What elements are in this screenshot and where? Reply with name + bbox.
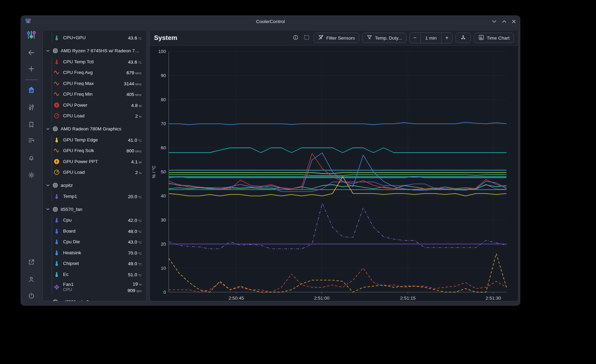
sensor-row[interactable]: GPU Temp Edge41.0°C (52, 135, 146, 146)
interval-value[interactable]: 1 min (420, 33, 442, 43)
sensor-row[interactable]: GPU Power PPT4.1W (52, 156, 146, 167)
sensor-row[interactable]: Ec51.0°C (52, 269, 146, 280)
device-header-row[interactable]: mt7921_phy0 (43, 296, 146, 301)
time-chart-button[interactable]: Time Chart (474, 33, 514, 43)
device-name: acpitz (61, 183, 73, 188)
sensor-label: CPU+GPU (63, 35, 86, 40)
nav-controls[interactable] (28, 104, 35, 113)
titlebar: CoolerControl (21, 16, 520, 27)
sensor-row[interactable]: Fan1CPU19%909rpm (52, 280, 146, 294)
chart-header: System (150, 30, 518, 46)
sensor-row[interactable]: GPU Load2% (52, 167, 146, 178)
filter-sensors-button[interactable]: Filter Sensors (314, 33, 359, 43)
sensor-list: CPU+GPU43.6°CAMD Ryzen 7 8745HS w/ Radeo… (43, 32, 146, 301)
sensor-label: CPU Temp Tctl (63, 59, 94, 64)
sensor-row[interactable]: CPU Power4.8W (52, 100, 146, 111)
svg-text:% / °C: % / °C (151, 165, 156, 178)
nav-settings[interactable] (28, 171, 35, 180)
chart-panel: System (150, 30, 518, 301)
chevron-down-icon (46, 207, 50, 211)
sensor-row[interactable]: Heatsink70.0°C (52, 247, 146, 258)
account-button[interactable] (28, 276, 35, 285)
sensor-label: Cpu Die (63, 239, 80, 244)
chart-axes-button[interactable] (455, 33, 471, 43)
thermometer-icon (54, 260, 60, 266)
sensor-row[interactable]: CPU Freq Avg679MHz (52, 67, 146, 78)
load-icon (54, 113, 60, 119)
sensor-row[interactable]: CPU+GPU43.6°C (52, 32, 146, 43)
thermometer-icon (54, 250, 60, 256)
svg-text:80: 80 (161, 97, 166, 102)
interval-decrease-button[interactable]: − (410, 33, 420, 43)
device-header-row[interactable]: AMD Radeon 780M Graphics (43, 124, 146, 135)
series-Chipset (169, 173, 506, 174)
thermometer-icon (54, 35, 60, 41)
sensor-panel: CPU+GPU43.6°CAMD Ryzen 7 8745HS w/ Radeo… (42, 30, 147, 301)
sensor-row[interactable]: Cpu42.0°C (52, 215, 146, 226)
series-Fan1-duty (169, 203, 506, 249)
sensor-label: CPU Load (63, 113, 84, 118)
sensor-value: 43.0°C (128, 238, 142, 245)
sensor-row[interactable]: Temp120.0°C (52, 191, 146, 202)
quit-button[interactable] (28, 292, 35, 301)
sensor-value: 43.6°C (128, 58, 142, 65)
sensor-value: 800MHz (126, 147, 142, 154)
series-GPU-Temp-Edge (169, 177, 506, 196)
sensor-label: Chipset (63, 261, 79, 266)
sensor-value: 679MHz (126, 69, 142, 76)
sensor-row[interactable]: CPU Freq Max3144MHz (52, 78, 146, 89)
external-link-button[interactable] (28, 258, 35, 267)
frame-icon (303, 34, 310, 42)
window-collapse-button[interactable] (492, 20, 496, 23)
device-header-row[interactable]: AMD Ryzen 7 8745HS w/ Radeon 780M... (43, 45, 146, 56)
sensor-row[interactable]: GPU Freq Sclk800MHz (52, 145, 146, 156)
sensor-group: AMD Radeon 780M GraphicsGPU Temp Edge41.… (43, 124, 146, 178)
fan-icon (54, 284, 60, 290)
sensor-row[interactable]: Board48.0°C (52, 226, 146, 237)
window-maximize-button[interactable] (502, 20, 506, 23)
svg-text:70: 70 (161, 121, 166, 126)
sensor-row[interactable]: CPU Freq Min405MHz (52, 89, 146, 100)
series-Board (169, 174, 506, 175)
add-button[interactable] (28, 65, 35, 74)
filter-off-icon (318, 34, 324, 41)
power-icon (54, 102, 60, 108)
svg-text:2:51:00: 2:51:00 (314, 296, 329, 301)
wave-icon (54, 69, 60, 75)
sensor-value: 48.0°C (128, 228, 142, 234)
device-name: AMD Radeon 780M Graphics (61, 126, 121, 131)
sensor-group: AMD Ryzen 7 8745HS w/ Radeon 780M...CPU … (43, 45, 146, 121)
power-icon (54, 159, 60, 164)
nav-profiles[interactable] (28, 121, 35, 130)
svg-text:40: 40 (161, 193, 166, 199)
sensor-row[interactable]: CPU Load2% (52, 110, 146, 121)
svg-text:2:51:30: 2:51:30 (486, 296, 501, 301)
info-button[interactable] (291, 33, 300, 43)
interval-increase-button[interactable]: + (442, 33, 452, 43)
sensor-value: 2% (135, 169, 142, 175)
sensor-row[interactable]: Chipset49.0°C (52, 258, 146, 269)
sensor-label: CPU Power (63, 103, 88, 108)
sensor-value: 49.0°C (128, 260, 142, 267)
sensor-label: GPU Power PPT (63, 159, 98, 164)
nav-alerts[interactable] (28, 154, 35, 163)
svg-text:2:50:45: 2:50:45 (228, 296, 244, 301)
sensor-value: 19%909rpm (127, 280, 142, 293)
device-header-row[interactable]: it5570_fan (43, 204, 146, 215)
frame-button[interactable] (302, 33, 311, 43)
time-chart: 01020304050607080901002:50:452:51:002:51… (150, 46, 518, 301)
page-title: System (154, 34, 177, 42)
device-name: AMD Ryzen 7 8745HS w/ Radeon 780M... (61, 48, 142, 53)
device-header-row[interactable]: acpitz (43, 180, 146, 191)
nav-dashboard[interactable] (27, 86, 35, 95)
sensor-row[interactable]: Cpu Die43.0°C (52, 236, 146, 247)
sensor-label: Temp1 (63, 194, 77, 199)
nav-modes[interactable] (28, 137, 35, 146)
filter-types-button[interactable]: Temp, Duty... (362, 33, 407, 43)
back-button[interactable] (28, 49, 35, 58)
device-name: mt7921_phy0 (61, 299, 89, 302)
window-close-button[interactable] (512, 20, 516, 23)
bar-chart-icon (478, 34, 484, 42)
sensor-row[interactable]: CPU Temp Tctl43.6°C (52, 56, 146, 67)
thermometer-icon (54, 137, 60, 143)
